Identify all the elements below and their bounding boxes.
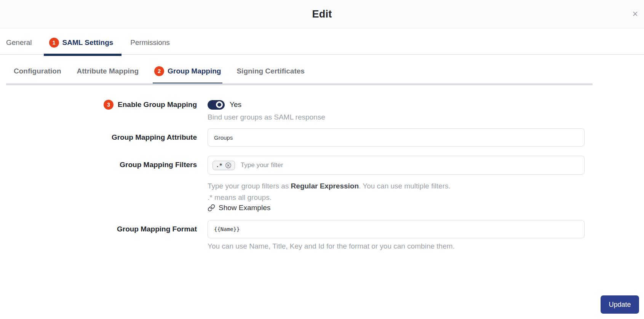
group-mapping-attribute-input[interactable] xyxy=(208,128,585,147)
update-button[interactable]: Update xyxy=(601,295,639,314)
tab-saml-settings[interactable]: 1 SAML Settings xyxy=(49,38,113,48)
group-mapping-format-help: You can use Name, Title, Key and Id for … xyxy=(208,242,585,250)
enable-group-mapping-row: 3 Enable Group Mapping Yes Bind user gro… xyxy=(0,99,644,121)
filters-help-suffix: . You can use multiple filters. xyxy=(359,182,451,190)
subtab-attribute-mapping-label: Attribute Mapping xyxy=(77,67,139,75)
group-mapping-filters-label: Group Mapping Filters xyxy=(120,161,197,169)
filters-help-regular-expression: Regular Expression xyxy=(291,182,359,190)
filter-text-input[interactable] xyxy=(240,161,580,169)
filters-help-prefix: Type your group filters as xyxy=(208,182,291,190)
subtab-configuration-label: Configuration xyxy=(14,67,61,75)
subtab-configuration[interactable]: Configuration xyxy=(14,67,61,75)
edit-dialog: Edit × General 1 SAML Settings Permissio… xyxy=(0,0,644,319)
annotation-badge-2: 2 xyxy=(154,66,164,76)
subtab-track xyxy=(6,83,593,85)
subtab-group-mapping[interactable]: 2 Group Mapping xyxy=(154,66,221,76)
close-icon[interactable]: × xyxy=(632,9,638,19)
annotation-badge-3: 3 xyxy=(104,100,113,110)
enable-group-mapping-label: Enable Group Mapping xyxy=(118,100,197,109)
group-mapping-format-row: Group Mapping Format You can use Name, T… xyxy=(0,220,644,250)
tab-permissions[interactable]: Permissions xyxy=(130,38,169,47)
group-mapping-format-label: Group Mapping Format xyxy=(117,225,197,233)
enable-group-mapping-toggle[interactable] xyxy=(208,100,225,110)
enable-group-mapping-help: Bind user groups as SAML response xyxy=(208,113,585,121)
chip-remove-icon[interactable] xyxy=(225,162,232,169)
tab-general[interactable]: General xyxy=(6,38,32,47)
filter-chip-value: .* xyxy=(216,162,222,168)
group-mapping-filters-input-box[interactable]: .* xyxy=(208,156,585,175)
filters-help-line2: .* means all groups. xyxy=(208,193,272,201)
subtab-signing-certificates-label: Signing Certificates xyxy=(237,67,304,75)
dialog-header: Edit × xyxy=(0,0,644,29)
annotation-badge-1: 1 xyxy=(49,38,59,48)
toggle-knob xyxy=(216,101,223,108)
group-mapping-form: 3 Enable Group Mapping Yes Bind user gro… xyxy=(0,85,644,250)
show-examples-link[interactable]: Show Examples xyxy=(208,204,270,212)
subtab-signing-certificates[interactable]: Signing Certificates xyxy=(237,67,304,75)
group-mapping-attribute-label: Group Mapping Attribute xyxy=(112,133,197,142)
tab-saml-settings-label: SAML Settings xyxy=(62,38,113,47)
filter-chip: .* xyxy=(213,161,235,170)
filters-help-text: Type your group filters as Regular Expre… xyxy=(208,180,585,203)
group-mapping-filters-row: Group Mapping Filters .* xyxy=(0,156,644,213)
sub-tab-bar: Configuration Attribute Mapping 2 Group … xyxy=(6,61,593,85)
group-mapping-attribute-row: Group Mapping Attribute xyxy=(0,128,644,147)
toggle-state-label: Yes xyxy=(230,100,241,109)
chain-link-icon xyxy=(208,204,215,212)
group-mapping-format-input[interactable] xyxy=(208,220,585,238)
tab-permissions-label: Permissions xyxy=(130,38,169,47)
show-examples-label: Show Examples xyxy=(219,204,270,212)
subtab-group-mapping-label: Group Mapping xyxy=(168,67,221,75)
subtab-attribute-mapping[interactable]: Attribute Mapping xyxy=(77,67,139,75)
main-tab-bar: General 1 SAML Settings Permissions xyxy=(0,29,644,55)
tab-general-label: General xyxy=(6,38,32,47)
page-title: Edit xyxy=(312,8,332,20)
